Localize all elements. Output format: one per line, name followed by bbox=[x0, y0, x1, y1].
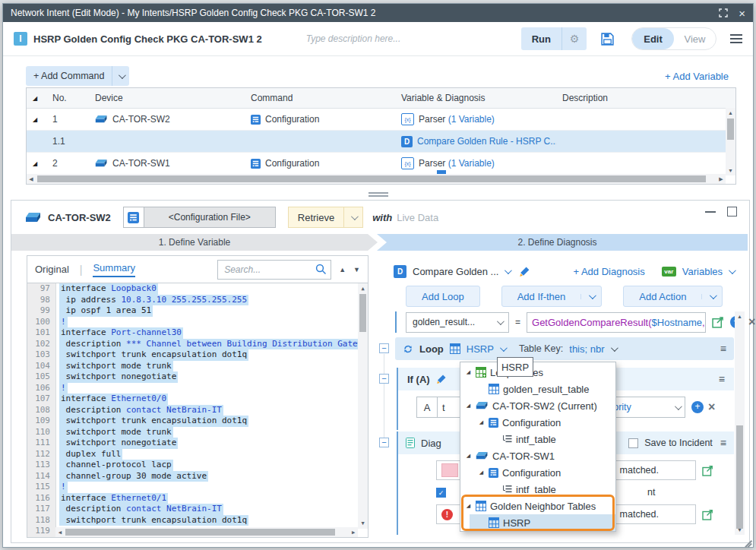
code-line[interactable]: 102 description *** Channel between Buil… bbox=[27, 339, 368, 350]
loop-menu-icon[interactable]: ≡ bbox=[720, 343, 726, 355]
code-hscrollbar[interactable]: ◀ ▶ bbox=[55, 527, 358, 537]
menu-icon[interactable] bbox=[730, 32, 742, 46]
search-input[interactable]: Search... bbox=[217, 260, 331, 280]
delete-row-icon[interactable]: × bbox=[748, 317, 755, 327]
code-line[interactable]: 107interface Ethernet0/0 bbox=[27, 394, 368, 405]
code-line[interactable]: 108 description contact NetBrain-IT bbox=[27, 405, 368, 416]
assignment-variable-select[interactable]: golden_result... bbox=[406, 312, 509, 333]
loop-bar[interactable]: Loop HSRP Table Key: this; nbr ≡ bbox=[395, 337, 734, 360]
add-variable-link[interactable]: + Add Variable bbox=[665, 71, 729, 82]
incident-checkbox[interactable]: ✓ bbox=[436, 488, 446, 498]
loop-collapse-icon[interactable]: − bbox=[379, 343, 389, 353]
if-collapse-icon[interactable]: − bbox=[379, 374, 389, 384]
tree-expander-icon[interactable]: ◢ bbox=[465, 369, 472, 375]
add-action-chevron-icon[interactable] bbox=[701, 294, 722, 299]
add-if-then-chevron-icon[interactable] bbox=[580, 294, 601, 299]
code-line[interactable]: 115! bbox=[27, 482, 368, 493]
expand-expression-icon[interactable] bbox=[712, 316, 724, 328]
table-row[interactable]: 1.1DCompare Golden Rule - HSRP C... bbox=[27, 131, 735, 153]
search-next-icon[interactable]: ▼ bbox=[353, 266, 360, 273]
resize-grip[interactable] bbox=[744, 538, 751, 545]
search-icon[interactable] bbox=[315, 264, 327, 275]
edit-toggle[interactable]: Edit bbox=[632, 28, 674, 49]
add-command-chevron-icon[interactable] bbox=[112, 74, 129, 79]
code-line[interactable]: 104 switchport mode trunk bbox=[27, 361, 368, 372]
code-line[interactable]: 99 ip ospf 1 area 51 bbox=[27, 305, 368, 317]
tab-original[interactable]: Original bbox=[35, 264, 69, 275]
config-code-view[interactable]: 97interface Loopback098 ip address 10.8.… bbox=[27, 283, 368, 537]
variables-menu[interactable]: Variables bbox=[682, 266, 723, 277]
tree-item-hsrp[interactable]: HSRP bbox=[470, 514, 615, 531]
search-prev-icon[interactable]: ▲ bbox=[339, 266, 346, 273]
tree-item-configuration[interactable]: ◢Configuration bbox=[460, 414, 615, 431]
code-line[interactable]: 101interface Port-channel30 bbox=[27, 327, 368, 339]
tree-item-ca-tor-sw2-current-[interactable]: ◢CA-TOR-SW2 (Current) bbox=[460, 397, 615, 414]
retrieve-chevron-icon[interactable] bbox=[343, 207, 362, 227]
expand-panel-icon[interactable] bbox=[727, 207, 737, 217]
code-line[interactable]: 106! bbox=[27, 383, 368, 394]
tree-item-intf-table[interactable]: intf_table bbox=[460, 481, 615, 498]
open-message-icon[interactable] bbox=[702, 509, 713, 520]
code-line[interactable]: 98 ip address 10.8.3.10 255.255.255.255 bbox=[27, 295, 368, 306]
diagnosis-chevron-icon[interactable] bbox=[505, 267, 512, 274]
maximize-icon[interactable] bbox=[719, 8, 728, 17]
diagnosis-vscrollbar[interactable]: ▲ ▼ bbox=[735, 311, 745, 535]
code-line[interactable]: 110 switchport mode trunk bbox=[27, 427, 368, 438]
view-toggle[interactable]: View bbox=[674, 28, 716, 49]
tree-item-golden-neighbor-tables[interactable]: ◢Golden Neighbor Tables bbox=[460, 498, 615, 514]
if-menu-icon[interactable]: ≡ bbox=[719, 373, 725, 385]
table-key-chevron-icon[interactable] bbox=[610, 344, 618, 352]
tab-define-variable[interactable]: 1. Define Variable bbox=[11, 234, 378, 251]
config-file-select[interactable]: <Configuration File> bbox=[123, 207, 276, 228]
code-line[interactable]: 97interface Loopback0 bbox=[27, 283, 368, 295]
save-button[interactable] bbox=[600, 32, 615, 46]
tab-define-diagnosis[interactable]: 2. Define Diagnosis bbox=[367, 234, 748, 251]
add-condition-icon[interactable]: + bbox=[691, 401, 704, 413]
gear-icon[interactable]: ⚙ bbox=[562, 33, 587, 45]
table-row[interactable]: ◢2CA-TOR-SW1Configuration{x}Parser (1 Va… bbox=[27, 153, 735, 175]
tree-item-golden-result-table[interactable]: golden_result_table bbox=[460, 381, 615, 397]
tab-summary[interactable]: Summary bbox=[93, 262, 135, 277]
code-line[interactable]: 117 description contact NetBrain-IT bbox=[27, 504, 368, 515]
code-line[interactable]: 116interface Ethernet0/1 bbox=[27, 493, 368, 504]
code-line[interactable]: 118 switchport trunk encapsulation dot1q bbox=[27, 515, 368, 526]
table-row[interactable]: ◢1CA-TOR-SW2Configuration{x}Parser (1 Va… bbox=[27, 109, 735, 131]
loop-table-select[interactable]: HSRP bbox=[467, 343, 494, 355]
add-command-button[interactable]: + Add Command bbox=[26, 66, 129, 86]
row-expander-icon[interactable]: ◢ bbox=[27, 116, 46, 123]
tree-item-intf-table[interactable]: intf_table bbox=[460, 431, 615, 447]
diag-menu-icon[interactable]: ≡ bbox=[720, 437, 726, 449]
run-button[interactable]: Run bbox=[521, 33, 561, 45]
if-edit-pencil-icon[interactable] bbox=[436, 374, 447, 384]
add-action-button[interactable]: Add Action bbox=[623, 286, 723, 307]
code-line[interactable]: 105 switchport nonegotiate bbox=[27, 371, 368, 383]
table-key-value[interactable]: this; nbr bbox=[569, 343, 604, 355]
code-line[interactable]: 113 channel-protocol lacp bbox=[27, 460, 368, 471]
table-hscrollbar[interactable]: ◀ ▶ bbox=[27, 174, 726, 184]
code-vscrollbar[interactable]: ▲ ▼ bbox=[358, 283, 368, 529]
tree-expander-icon[interactable]: ◢ bbox=[465, 453, 472, 459]
open-message-icon[interactable] bbox=[702, 465, 713, 476]
tree-item-configuration[interactable]: ◢Configuration bbox=[460, 464, 615, 481]
close-icon[interactable]: × bbox=[739, 8, 745, 19]
code-line[interactable]: 112 duplex full bbox=[27, 449, 368, 460]
save-to-incident-checkbox[interactable] bbox=[628, 438, 638, 448]
edit-pencil-icon[interactable] bbox=[519, 266, 530, 277]
code-line[interactable]: 109 switchport trunk encapsulation dot1q bbox=[27, 416, 368, 427]
row-expander-icon[interactable]: ◢ bbox=[27, 160, 46, 167]
code-line[interactable]: 114 channel-group 30 mode active bbox=[27, 471, 368, 482]
table-vscrollbar[interactable]: ▲ ▼ bbox=[726, 108, 735, 175]
diag-collapse-icon[interactable]: − bbox=[379, 438, 389, 447]
collapse-all-icon[interactable]: ◢ bbox=[27, 95, 46, 102]
tree-expander-icon[interactable]: ◢ bbox=[478, 469, 485, 476]
code-line[interactable]: 100! bbox=[27, 317, 368, 328]
tree-item-loop-tables[interactable]: ◢Loop Tables bbox=[460, 364, 615, 381]
tree-expander-icon[interactable]: ◢ bbox=[465, 503, 472, 509]
description-input[interactable]: Type description here... bbox=[306, 33, 401, 44]
loop-table-chevron-icon[interactable] bbox=[500, 344, 508, 352]
code-line[interactable]: 103 switchport trunk encapsulation dot1q bbox=[27, 349, 368, 361]
add-diagnosis-link[interactable]: + Add Diagnosis bbox=[573, 266, 644, 277]
panel-splitter[interactable] bbox=[369, 191, 388, 198]
tree-expander-icon[interactable]: ◢ bbox=[465, 403, 472, 409]
retrieve-button[interactable]: Retrieve bbox=[288, 207, 363, 228]
